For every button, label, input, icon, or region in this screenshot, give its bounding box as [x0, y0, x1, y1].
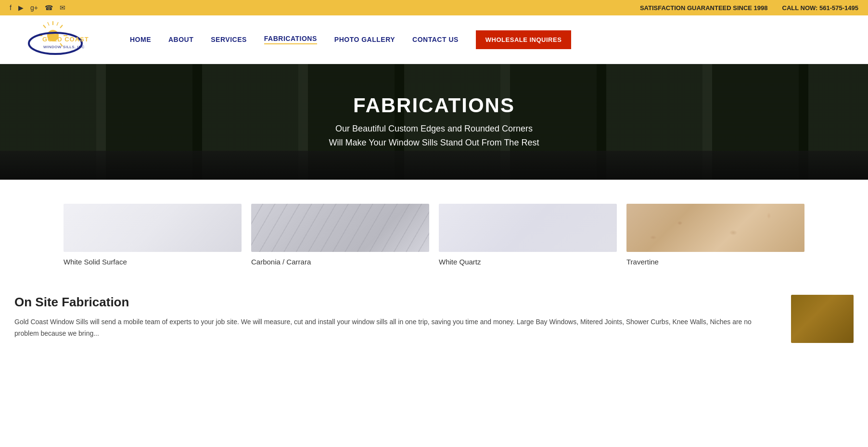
product-card-white-quartz[interactable]: White Quartz	[439, 204, 617, 266]
nav-services[interactable]: SERVICES	[211, 36, 247, 43]
fabrication-section: On Site Fabrication Gold Coast Window Si…	[0, 280, 868, 357]
product-label-white-solid: White Solid Surface	[64, 258, 242, 266]
header: GOLD COAST WINDOW SILLS, INC HOME ABOUT …	[0, 15, 868, 64]
fabrication-title: On Site Fabrication	[14, 295, 772, 310]
hero-title: FABRICATIONS	[353, 94, 515, 117]
nav-about[interactable]: ABOUT	[168, 36, 193, 43]
hero-sub-line1: Our Beautiful Custom Edges and Rounded C…	[335, 124, 533, 133]
nav-photo-gallery[interactable]: PHOTO GALLERY	[334, 36, 395, 43]
main-nav: HOME ABOUT SERVICES FABRICATIONS PHOTO G…	[130, 30, 854, 49]
nav-contact-us[interactable]: CONTACT US	[412, 36, 459, 43]
product-image-carbonia	[251, 204, 429, 252]
product-image-white-quartz	[439, 204, 617, 252]
product-image-white-solid	[64, 204, 242, 252]
hero-banner: FABRICATIONS Our Beautiful Custom Edges …	[0, 64, 868, 180]
product-label-travertine: Travertine	[626, 258, 804, 266]
wholesale-button[interactable]: WHOLESALE INQUIRES	[476, 30, 572, 49]
facebook-icon[interactable]: f	[10, 4, 12, 12]
svg-line-4	[43, 25, 46, 28]
svg-line-6	[48, 22, 49, 26]
top-bar: f ▶ g+ ☎ ✉ SATISFACTION GUARANTEED SINCE…	[0, 0, 868, 15]
product-label-carbonia: Carbonia / Carrara	[251, 258, 429, 266]
email-icon[interactable]: ✉	[60, 4, 65, 12]
logo[interactable]: GOLD COAST WINDOW SILLS, INC	[14, 20, 101, 59]
fabrication-text: On Site Fabrication Gold Coast Window Si…	[14, 295, 772, 340]
svg-line-1	[60, 25, 63, 28]
satisfaction-text: SATISFACTION GUARANTEED SINCE 1998	[640, 4, 768, 12]
google-plus-icon[interactable]: g+	[30, 4, 38, 12]
products-section: White Solid Surface Carbonia / Carrara W…	[0, 180, 868, 280]
product-label-white-quartz: White Quartz	[439, 258, 617, 266]
product-card-travertine[interactable]: Travertine	[626, 204, 804, 266]
svg-text:GOLD COAST: GOLD COAST	[42, 36, 89, 43]
call-text: CALL NOW: 561-575-1495	[782, 4, 858, 12]
product-image-travertine	[626, 204, 804, 252]
product-card-carbonia[interactable]: Carbonia / Carrara	[251, 204, 429, 266]
nav-home[interactable]: HOME	[130, 36, 151, 43]
product-card-white-solid[interactable]: White Solid Surface	[64, 204, 242, 266]
hero-subtitle: Our Beautiful Custom Edges and Rounded C…	[329, 122, 539, 150]
top-bar-info: SATISFACTION GUARANTEED SINCE 1998 CALL …	[640, 4, 858, 12]
logo-svg: GOLD COAST WINDOW SILLS, INC	[14, 20, 101, 59]
hero-sub-line2: Will Make Your Window Sills Stand Out Fr…	[329, 138, 539, 147]
social-icons: f ▶ g+ ☎ ✉	[10, 4, 65, 12]
svg-line-7	[57, 22, 58, 26]
fabrication-image	[791, 295, 854, 343]
nav-fabrications[interactable]: FABRICATIONS	[264, 35, 317, 44]
svg-text:WINDOW SILLS, INC: WINDOW SILLS, INC	[43, 45, 85, 49]
phone-icon[interactable]: ☎	[45, 4, 53, 12]
fabrication-body: Gold Coast Window Sills will send a mobi…	[14, 316, 772, 340]
youtube-icon[interactable]: ▶	[18, 4, 24, 12]
